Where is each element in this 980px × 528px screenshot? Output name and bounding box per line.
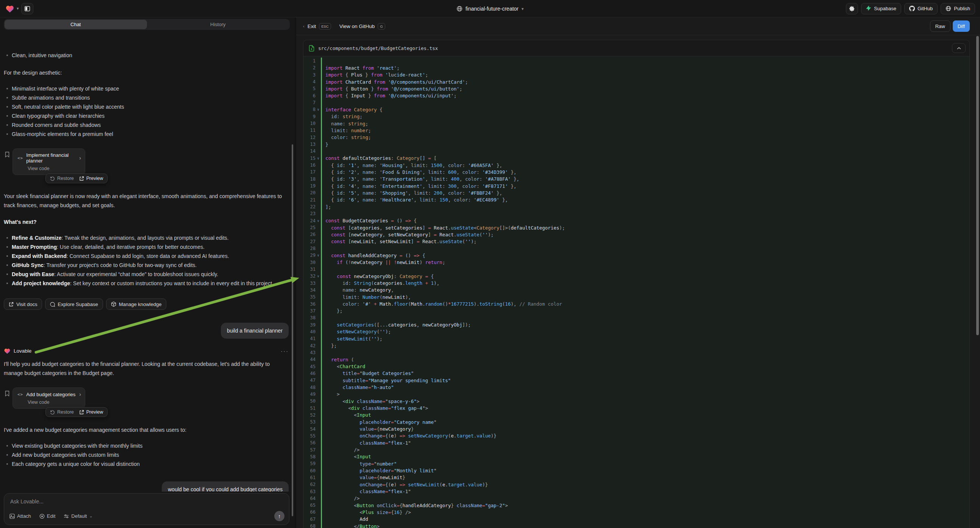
settings-button[interactable] — [846, 3, 858, 14]
code-line[interactable]: 29∨ const handleAddCategory = () => { — [304, 252, 969, 259]
sidebar-toggle-button[interactable] — [21, 3, 33, 14]
fold-toggle-icon[interactable]: ∨ — [315, 156, 321, 160]
code-line[interactable]: 1 — [304, 57, 969, 64]
action-button-manage-knowledge[interactable]: Manage knowledge — [106, 299, 167, 310]
code-line[interactable]: 54 value={newCategory} — [304, 425, 969, 432]
version-card[interactable]: <>Implement financial planner›View code — [13, 148, 85, 175]
github-button[interactable]: GitHub — [904, 3, 937, 14]
diff-toggle-button[interactable]: Diff — [953, 21, 970, 32]
code-line[interactable]: 67 Add — [304, 516, 969, 523]
code-line[interactable]: 25 const [categories, setCategories] = R… — [304, 224, 969, 231]
preview-button[interactable]: Preview — [79, 409, 103, 415]
bookmark-icon[interactable] — [5, 151, 10, 157]
bookmark-icon[interactable] — [5, 391, 10, 396]
view-on-github-button[interactable]: View on GitHub G — [339, 23, 385, 30]
code-line[interactable]: 22]; — [304, 204, 969, 210]
code-line[interactable]: 61 value={newLimit} — [304, 474, 969, 481]
fold-toggle-icon[interactable]: ∨ — [315, 253, 321, 257]
code-line[interactable]: 4import ChartCard from '@/components/ui/… — [304, 78, 969, 85]
code-line[interactable]: 52 <Input — [304, 412, 969, 418]
code-line[interactable]: 36 color: '#' + Math.floor(Math.random()… — [304, 301, 969, 307]
code-line[interactable]: 60 placeholder="Monthly limit" — [304, 467, 969, 474]
collapse-file-button[interactable] — [952, 43, 966, 53]
code-line[interactable]: 10 name: string; — [304, 120, 969, 127]
raw-toggle-button[interactable]: Raw — [930, 21, 950, 32]
code-line[interactable]: 41 setNewLimit(''); — [304, 335, 969, 342]
restore-button[interactable]: Restore — [50, 409, 74, 415]
code-line[interactable]: 20 { id: '5', name: 'Shopping', limit: 2… — [304, 189, 969, 196]
code-line[interactable]: 39 setCategories([...categories, newCate… — [304, 321, 969, 328]
code-line[interactable]: 2import React from 'react'; — [304, 64, 969, 71]
code-line[interactable]: 11 limit: number; — [304, 127, 969, 134]
code-line[interactable]: 56 className="flex-1" — [304, 439, 969, 446]
supabase-button[interactable]: Supabase — [861, 3, 901, 14]
version-card[interactable]: <>Add budget categories›View code — [13, 388, 85, 409]
lovable-heart-icon[interactable] — [5, 5, 14, 13]
fold-toggle-icon[interactable]: ∨ — [315, 274, 321, 278]
restore-button[interactable]: Restore — [50, 176, 74, 181]
code-line[interactable]: 35 limit: Number(newLimit), — [304, 294, 969, 301]
fold-toggle-icon[interactable]: ∨ — [315, 219, 321, 223]
fold-toggle-icon[interactable]: ∨ — [315, 108, 321, 111]
code-line[interactable]: 55 onChange={(e) => setNewCategory(e.tar… — [304, 433, 969, 439]
code-line[interactable]: 44 return ( — [304, 356, 969, 363]
code-line[interactable]: 5import { Button } from '@/components/ui… — [304, 85, 969, 92]
code-line[interactable]: 27 const [newLimit, setNewLimit] = React… — [304, 238, 969, 245]
chat-composer[interactable]: Ask Lovable... Attach Edit Default ⌄ — [4, 493, 290, 525]
chat-scrollbar[interactable] — [292, 144, 293, 516]
code-line[interactable]: 53 placeholder="Category name" — [304, 418, 969, 425]
code-line[interactable]: 40 setNewCategory(''); — [304, 328, 969, 335]
code-line[interactable]: 8∨interface Category { — [304, 106, 969, 113]
code-line[interactable]: 18 { id: '3', name: 'Transportation', li… — [304, 176, 969, 183]
action-button-visit-docs[interactable]: Visit docs — [4, 299, 42, 310]
code-line[interactable]: 28 — [304, 245, 969, 252]
code-line[interactable]: 48 className="h-auto" — [304, 384, 969, 391]
code-line[interactable]: 62 onChange={(e) => setNewLimit(e.target… — [304, 481, 969, 488]
code-line[interactable]: 66 <Plus size={16} /> — [304, 509, 969, 515]
code-line[interactable]: 59 type="number" — [304, 460, 969, 467]
code-line[interactable]: 9 id: string; — [304, 113, 969, 120]
code-line[interactable]: 16 { id: '1', name: 'Housing', limit: 15… — [304, 162, 969, 169]
file-header[interactable]: src/components/budget/BudgetCategories.t… — [304, 40, 969, 56]
model-selector[interactable]: Default ⌄ — [64, 513, 92, 519]
code-line[interactable]: 13} — [304, 141, 969, 148]
publish-button[interactable]: Publish — [940, 3, 975, 14]
code-line[interactable]: 64 /> — [304, 495, 969, 502]
code-line[interactable]: 6import { Input } from '@/components/ui/… — [304, 92, 969, 99]
code-line[interactable]: 17 { id: '2', name: 'Food & Dining', lim… — [304, 169, 969, 175]
code-line[interactable]: 43 — [304, 349, 969, 356]
code-line[interactable]: 51 <div className="flex gap-4"> — [304, 404, 969, 411]
view-code-link[interactable]: View code — [28, 399, 81, 405]
code-line[interactable]: 58 <Input — [304, 453, 969, 460]
code-line[interactable]: 50 <div className="space-y-6"> — [304, 398, 969, 404]
code-line[interactable]: 37 }; — [304, 308, 969, 314]
code-line[interactable]: 7 — [304, 99, 969, 106]
code-scrollbar[interactable] — [976, 36, 979, 335]
code-diff-view[interactable]: 12import React from 'react';3import { Pl… — [304, 56, 969, 528]
code-line[interactable]: 46 title="Budget Categories" — [304, 370, 969, 377]
code-line[interactable]: 23 — [304, 210, 969, 217]
tab-history[interactable]: History — [147, 20, 290, 29]
edit-mode-button[interactable]: Edit — [40, 513, 55, 519]
code-line[interactable]: 49 > — [304, 391, 969, 398]
code-line[interactable]: 63 className="flex-1" — [304, 488, 969, 495]
message-menu-button[interactable]: ··· — [281, 348, 289, 354]
preview-button[interactable]: Preview — [79, 176, 103, 181]
code-line[interactable]: 38 — [304, 314, 969, 321]
code-line[interactable]: 57 /> — [304, 446, 969, 453]
workspace-chevron-down-icon[interactable]: ▾ — [17, 6, 19, 11]
code-line[interactable]: 3import { Plus } from 'lucide-react'; — [304, 72, 969, 78]
code-line[interactable]: 26 const [newCategory, setNewCategory] =… — [304, 231, 969, 238]
project-name[interactable]: financial-future-creator — [466, 6, 519, 12]
code-line[interactable]: 68 </Button> — [304, 523, 969, 528]
code-line[interactable]: 34 name: newCategory, — [304, 287, 969, 294]
action-button-explore-supabase[interactable]: Explore Supabase — [45, 299, 103, 310]
code-line[interactable]: 15∨const defaultCategories: Category[] =… — [304, 155, 969, 162]
code-line[interactable]: 47 subtitle="Manage your spending limits… — [304, 377, 969, 384]
code-line[interactable]: 65 <Button onClick={handleAddCategory} c… — [304, 502, 969, 509]
code-line[interactable]: 12 color: string; — [304, 134, 969, 141]
code-line[interactable]: 19 { id: '4', name: 'Entertainment', lim… — [304, 183, 969, 189]
code-line[interactable]: 45 <ChartCard — [304, 363, 969, 370]
send-button[interactable]: ↑ — [274, 511, 285, 521]
code-line[interactable]: 42 }; — [304, 342, 969, 349]
